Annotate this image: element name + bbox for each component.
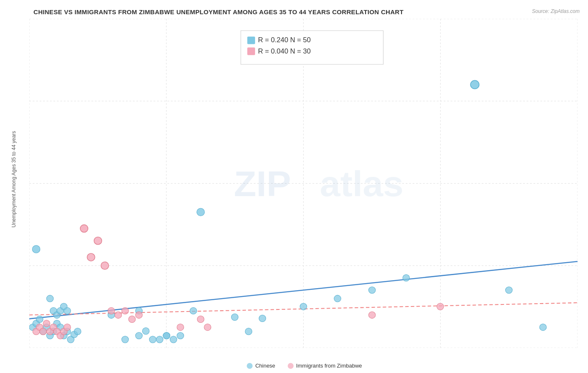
svg-point-59 <box>334 295 341 302</box>
svg-point-49 <box>149 336 156 343</box>
svg-point-77 <box>64 324 71 330</box>
svg-point-89 <box>204 324 211 330</box>
legend-item-zimbabwe: Immigrants from Zimbabwe <box>288 363 362 369</box>
svg-point-85 <box>128 316 135 322</box>
svg-point-64 <box>539 324 547 330</box>
svg-point-52 <box>170 336 177 343</box>
chinese-legend-label: Chinese <box>255 363 275 369</box>
svg-point-87 <box>177 324 184 330</box>
svg-point-54 <box>190 307 197 314</box>
svg-point-42 <box>64 307 71 314</box>
svg-point-58 <box>300 303 307 310</box>
svg-point-80 <box>94 237 102 245</box>
svg-point-91 <box>437 303 444 310</box>
svg-point-70 <box>40 328 47 335</box>
svg-point-71 <box>43 320 50 327</box>
chart-title: CHINESE VS IMMIGRANTS FROM ZIMBABWE UNEM… <box>8 8 580 15</box>
svg-text:R = 0.240   N = 50: R = 0.240 N = 50 <box>258 36 311 44</box>
svg-point-48 <box>142 328 149 335</box>
svg-point-84 <box>122 307 129 314</box>
svg-point-82 <box>108 307 115 314</box>
svg-text:R = 0.040   N = 30: R = 0.040 N = 30 <box>258 47 311 55</box>
zimbabwe-legend-color <box>288 363 294 369</box>
svg-point-79 <box>87 253 95 261</box>
svg-point-61 <box>403 274 410 281</box>
svg-point-47 <box>135 332 143 339</box>
y-axis-label: Unemployment Among Ages 35 to 44 years <box>11 144 17 227</box>
legend-item-chinese: Chinese <box>247 363 275 369</box>
svg-point-62 <box>470 80 479 89</box>
source-label: Source: ZipAtlas.com <box>532 8 580 14</box>
svg-point-53 <box>177 332 184 339</box>
svg-text:atlas: atlas <box>320 164 404 204</box>
svg-point-66 <box>163 332 170 339</box>
svg-point-60 <box>368 287 376 294</box>
chinese-legend-color <box>247 363 253 369</box>
svg-point-26 <box>36 316 43 322</box>
svg-point-57 <box>259 315 266 322</box>
svg-point-50 <box>156 336 163 343</box>
zimbabwe-legend-label: Immigrants from Zimbabwe <box>296 363 362 369</box>
svg-point-78 <box>80 225 88 232</box>
svg-point-88 <box>197 316 205 322</box>
svg-point-83 <box>115 312 122 318</box>
svg-point-90 <box>368 312 376 318</box>
bottom-legend: Chinese Immigrants from Zimbabwe <box>29 363 580 369</box>
svg-rect-96 <box>247 48 255 55</box>
svg-point-55 <box>197 208 205 216</box>
svg-rect-94 <box>247 36 255 44</box>
chart-container: CHINESE VS IMMIGRANTS FROM ZIMBABWE UNEM… <box>0 0 588 373</box>
svg-point-63 <box>506 287 513 294</box>
svg-point-46 <box>122 336 129 343</box>
svg-point-86 <box>135 312 143 318</box>
svg-point-81 <box>101 262 109 269</box>
svg-point-43 <box>46 295 54 302</box>
svg-point-44 <box>32 245 40 253</box>
svg-point-37 <box>74 328 81 335</box>
svg-point-56 <box>231 314 238 320</box>
scatter-plot: 0.0% 10.0% 20.0% 30.0% 40.0% 0.0% 2.0% 4… <box>29 19 578 348</box>
svg-text:ZIP: ZIP <box>234 164 291 204</box>
svg-point-65 <box>245 328 252 335</box>
